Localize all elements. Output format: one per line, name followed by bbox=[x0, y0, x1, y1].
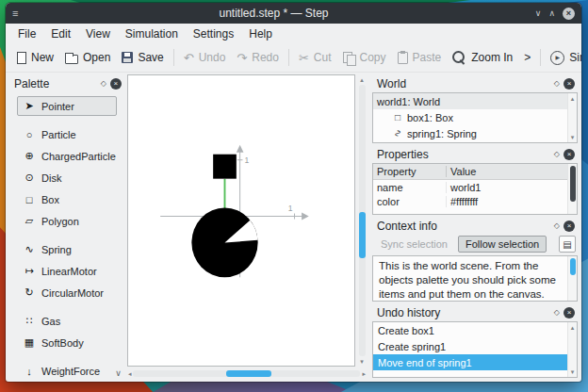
float-dock-icon[interactable]: ◇ bbox=[101, 79, 106, 88]
palette-item-pointer[interactable]: ➤ Pointer bbox=[17, 96, 117, 116]
undo-item-create-spring1[interactable]: Create spring1 bbox=[373, 338, 567, 354]
properties-scroll-handle[interactable] bbox=[570, 166, 576, 202]
scroll-up-icon[interactable]: ▴ bbox=[360, 75, 364, 84]
paste-button[interactable]: Paste bbox=[392, 48, 448, 67]
context-info-scrollbar[interactable] bbox=[567, 256, 577, 301]
property-row-color[interactable]: color #ffffffff bbox=[373, 194, 567, 208]
close-icon[interactable]: × bbox=[563, 8, 575, 20]
menu-item-view[interactable]: View bbox=[78, 25, 118, 42]
cut-button[interactable]: ✂ Cut bbox=[293, 48, 337, 67]
save-button[interactable]: Save bbox=[116, 48, 169, 67]
palette-item-label: Spring bbox=[41, 244, 72, 255]
close-dock-icon[interactable]: × bbox=[564, 307, 575, 318]
undo-item-move-end-of-spring1[interactable]: Move end of spring1 bbox=[373, 354, 567, 370]
close-dock-icon[interactable]: × bbox=[564, 149, 575, 160]
particle-icon: ○ bbox=[23, 129, 36, 140]
scroll-down-icon[interactable]: ▾ bbox=[571, 368, 575, 376]
scroll-down-icon[interactable]: ▾ bbox=[571, 133, 575, 141]
palette-item-gas[interactable]: ∷ Gas bbox=[17, 311, 117, 331]
palette-item-disk[interactable]: ⊙ Disk bbox=[17, 168, 117, 188]
palette-list: ➤ Pointer ○ Particle ⊕ ChargedParticle ⊙… bbox=[9, 92, 124, 378]
simulate-button[interactable]: ▶ Simulate ▾ bbox=[545, 48, 581, 68]
palette-item-linearmotor[interactable]: ↦ LinearMotor bbox=[17, 261, 117, 281]
scroll-right-icon[interactable]: ▸ bbox=[362, 369, 366, 378]
horizontal-scroll-handle[interactable] bbox=[226, 370, 271, 377]
palette-scroll-down-icon[interactable]: ∨ bbox=[115, 368, 122, 378]
maximize-icon[interactable]: ∧ bbox=[548, 8, 555, 18]
menu-item-simulation[interactable]: Simulation bbox=[118, 25, 186, 42]
zoom-in-button-label: Zoom In bbox=[471, 51, 513, 64]
context-info-text: This is the world scene. From the object… bbox=[373, 256, 567, 301]
undo-item-create-box1[interactable]: Create box1 bbox=[373, 322, 567, 338]
window-menu-icon[interactable]: ≡ bbox=[12, 8, 31, 19]
close-dock-icon[interactable]: × bbox=[564, 78, 575, 90]
follow-selection-button[interactable]: Follow selection bbox=[458, 236, 547, 253]
tree-item-box1[interactable]: □ box1: Box bbox=[373, 109, 567, 125]
palette-header: Palette ◇ × bbox=[9, 74, 124, 92]
properties-scrollbar[interactable] bbox=[567, 164, 577, 214]
new-button[interactable]: New bbox=[11, 48, 59, 67]
float-dock-icon[interactable]: ◇ bbox=[554, 150, 560, 158]
browser-view-button[interactable]: ▤ bbox=[559, 236, 576, 253]
menu-item-file[interactable]: File bbox=[10, 25, 43, 42]
property-row-name[interactable]: name world1 bbox=[373, 180, 567, 194]
canvas-vertical-scrollbar[interactable]: ▴ ▾ bbox=[355, 74, 367, 367]
palette-item-label: Box bbox=[41, 194, 59, 205]
open-button[interactable]: Open bbox=[59, 48, 116, 67]
zoom-in-button[interactable]: Zoom In bbox=[447, 48, 518, 68]
palette-item-spring[interactable]: ∿ Spring bbox=[17, 239, 117, 259]
palette-item-box[interactable]: □ Box bbox=[17, 189, 117, 209]
box-icon: □ bbox=[392, 112, 403, 122]
close-dock-icon[interactable]: × bbox=[564, 220, 575, 232]
circular-motor-icon: ↻ bbox=[23, 286, 36, 299]
world-scene-canvas[interactable]: 1 1 bbox=[127, 74, 355, 367]
float-dock-icon[interactable]: ◇ bbox=[554, 221, 560, 230]
undo-history-list: Create box1 Create spring1 Move end of s… bbox=[373, 322, 567, 377]
property-name: name bbox=[373, 182, 447, 193]
new-button-label: New bbox=[31, 51, 54, 64]
scroll-down-icon[interactable]: ▾ bbox=[360, 357, 364, 366]
undo-item-label: Create spring1 bbox=[378, 341, 446, 352]
polygon-icon: ▱ bbox=[23, 215, 36, 227]
column-header-value[interactable]: Value bbox=[447, 166, 567, 177]
float-dock-icon[interactable]: ◇ bbox=[554, 308, 560, 317]
disk1-object[interactable] bbox=[191, 208, 257, 278]
context-info-title: Context info bbox=[377, 220, 437, 233]
float-dock-icon[interactable]: ◇ bbox=[554, 79, 560, 88]
undo-button[interactable]: ↶ Undo bbox=[178, 48, 232, 67]
tree-item-world1[interactable]: world1: World bbox=[373, 93, 567, 109]
palette-item-polygon[interactable]: ▱ Polygon bbox=[17, 211, 117, 231]
scroll-up-icon[interactable]: ▴ bbox=[571, 94, 575, 103]
scroll-up-icon[interactable]: ▴ bbox=[571, 323, 575, 332]
gas-icon: ∷ bbox=[23, 315, 36, 327]
titlebar[interactable]: ≡ untitled.step * — Step ∨ ∧ × bbox=[6, 3, 581, 24]
canvas-horizontal-scrollbar[interactable]: ◂ ▸ bbox=[127, 367, 367, 378]
context-scroll-handle[interactable] bbox=[570, 258, 576, 275]
palette-item-weightforce[interactable]: ↓ WeightForce bbox=[17, 361, 117, 378]
scroll-left-icon[interactable]: ◂ bbox=[128, 369, 132, 378]
undo-history-scrollbar[interactable]: ▴ ▾ bbox=[567, 322, 577, 377]
palette-item-circularmotor[interactable]: ↻ CircularMotor bbox=[17, 283, 117, 302]
minimize-icon[interactable]: ∨ bbox=[535, 8, 542, 18]
palette-item-softbody[interactable]: ▦ SoftBody bbox=[17, 333, 117, 352]
tree-item-label: world1: World bbox=[377, 96, 440, 107]
box1-object[interactable] bbox=[213, 155, 237, 179]
properties-table-header[interactable]: Property Value bbox=[373, 164, 567, 180]
palette-item-label: Pointer bbox=[41, 101, 74, 112]
sync-selection-button[interactable]: Sync selection bbox=[374, 236, 454, 253]
toolbar-overflow-button[interactable]: > bbox=[518, 48, 536, 67]
palette-item-particle[interactable]: ○ Particle bbox=[17, 124, 117, 144]
world-scrollbar[interactable]: ▴ ▾ bbox=[567, 93, 577, 142]
open-folder-icon bbox=[65, 55, 78, 64]
tree-item-spring1[interactable]: ∿ spring1: Spring bbox=[373, 125, 567, 141]
vertical-scroll-handle[interactable] bbox=[359, 212, 366, 258]
close-dock-icon[interactable]: × bbox=[110, 78, 122, 90]
menu-item-settings[interactable]: Settings bbox=[186, 25, 241, 42]
copy-button[interactable]: Copy bbox=[337, 48, 392, 67]
menu-item-help[interactable]: Help bbox=[241, 25, 280, 42]
menu-item-edit[interactable]: Edit bbox=[43, 25, 78, 42]
properties-panel-header: Properties ◇ × bbox=[372, 145, 578, 163]
redo-button[interactable]: ↷ Redo bbox=[231, 48, 285, 67]
column-header-property[interactable]: Property bbox=[373, 166, 447, 177]
palette-item-chargedparticle[interactable]: ⊕ ChargedParticle bbox=[17, 146, 117, 166]
